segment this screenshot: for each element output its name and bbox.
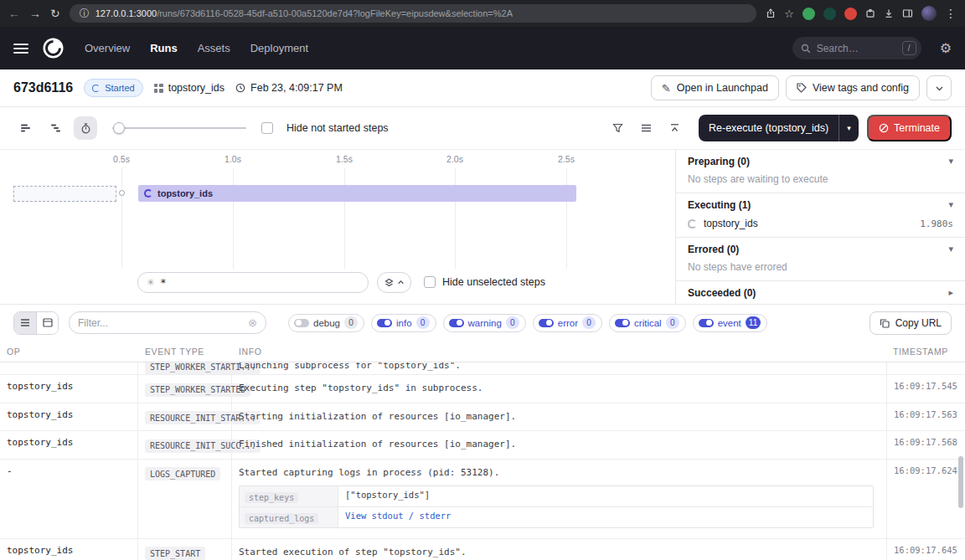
status-section-header[interactable]: Errored (0)▾: [676, 238, 965, 260]
copy-url-button[interactable]: Copy URL: [870, 311, 952, 335]
level-filter-event[interactable]: event11: [693, 314, 768, 332]
minimap-viewport[interactable]: [13, 186, 116, 202]
log-row[interactable]: topstory_idsRESOURCE_INIT_STAR...Startin…: [0, 403, 965, 432]
url-bar[interactable]: ⓘ 127.0.0.1:3000/runs/673d6116-0528-45df…: [70, 4, 757, 23]
log-row[interactable]: STEP_WORKER_STARTI...Launching subproces…: [0, 362, 965, 375]
metadata-row: captured_logsView stdout / stderr: [240, 507, 873, 527]
status-section-header[interactable]: Succeeded (0)▸: [676, 281, 965, 304]
log-scrollbar-thumb[interactable]: [958, 456, 963, 508]
url-text: 127.0.0.1:3000/runs/673d6116-0528-45df-a…: [95, 8, 513, 18]
search-input[interactable]: [817, 43, 896, 54]
extension-icon-green[interactable]: [802, 8, 815, 20]
nav-item-deployment[interactable]: Deployment: [250, 42, 308, 54]
site-info-icon[interactable]: ⓘ: [80, 7, 90, 21]
forward-icon[interactable]: →: [29, 7, 41, 20]
status-section-header[interactable]: Executing (1)▾: [676, 193, 965, 216]
slider-knob[interactable]: [113, 122, 125, 134]
copy-icon: [880, 318, 890, 328]
gantt-flat-view-button[interactable]: [13, 116, 37, 140]
level-filter-info[interactable]: info0: [371, 314, 436, 332]
reload-icon[interactable]: ↻: [50, 7, 60, 20]
log-timestamp-cell: 16:09:17.645: [886, 539, 965, 560]
run-status-badge: Started: [84, 79, 142, 97]
job-grid-icon: [154, 84, 163, 93]
view-tags-config-button[interactable]: View tags and config: [786, 75, 920, 100]
side-panel-icon[interactable]: [902, 8, 913, 18]
log-filter-input[interactable]: [78, 317, 241, 329]
log-toolbar: ⊗ debug0info0warning0error0critical0even…: [0, 304, 965, 341]
status-section-title: Preparing (0): [688, 156, 750, 167]
log-filter-input-wrap[interactable]: ⊗: [69, 311, 266, 334]
extension-icon-red[interactable]: [844, 8, 857, 20]
hide-unselected-row: Hide unselected steps: [424, 276, 545, 288]
filter-funnel-icon[interactable]: [606, 116, 630, 140]
level-filter-critical[interactable]: critical0: [609, 314, 686, 332]
gantt-waterfall-view-button[interactable]: [44, 116, 67, 140]
log-info-text: Started execution of step "topstory_ids"…: [239, 545, 880, 557]
step-filter-input[interactable]: [160, 277, 359, 289]
raw-log-view-button[interactable]: [36, 312, 58, 334]
settings-gear-icon[interactable]: ⚙: [940, 40, 952, 56]
step-selector-input[interactable]: ✳: [137, 272, 369, 293]
clear-filter-icon[interactable]: ⊗: [248, 316, 257, 329]
status-section-title: Errored (0): [688, 244, 739, 255]
hide-unselected-checkbox[interactable]: [424, 276, 436, 288]
level-label: warning: [468, 318, 502, 328]
downloads-icon[interactable]: [884, 8, 894, 18]
job-name-chip[interactable]: topstory_ids: [154, 82, 224, 94]
spinner-icon: [144, 189, 152, 198]
level-filter-error[interactable]: error0: [533, 314, 602, 332]
log-row[interactable]: -LOGS_CAPTUREDStarted capturing logs in …: [0, 460, 965, 539]
nav-item-runs[interactable]: Runs: [150, 42, 178, 54]
level-filter-debug[interactable]: debug0: [288, 314, 364, 332]
level-filter-warning[interactable]: warning0: [443, 314, 526, 332]
log-event-type-cell: STEP_WORKER_STARTED: [138, 375, 232, 403]
executing-step-row[interactable]: topstory_ids1.980s: [676, 216, 965, 237]
reexecute-split-button[interactable]: Re-execute (topstory_ids) ▾: [699, 115, 859, 141]
toggle-icon: [615, 319, 630, 327]
extension-icon-dark[interactable]: [823, 8, 836, 20]
bookmark-star-icon[interactable]: ☆: [784, 8, 794, 20]
back-icon[interactable]: ←: [8, 7, 20, 20]
structured-log-view-button[interactable]: [14, 312, 36, 334]
zoom-slider[interactable]: [112, 116, 246, 140]
nav-item-overview[interactable]: Overview: [85, 42, 130, 54]
dagster-logo[interactable]: [42, 37, 65, 59]
gantt-timed-view-button[interactable]: [74, 116, 97, 140]
extensions-puzzle-icon[interactable]: [865, 8, 875, 18]
graph-options-button[interactable]: [377, 272, 411, 293]
collapse-all-icon[interactable]: [663, 116, 687, 140]
log-row[interactable]: topstory_idsRESOURCE_INIT_SUCC...Finishe…: [0, 431, 965, 460]
global-search[interactable]: /: [792, 37, 921, 59]
gantt-step-bar[interactable]: topstory_ids: [138, 185, 576, 202]
toggle-icon: [539, 319, 554, 327]
gantt-chart: topstory_ids ✳ Hide unselected steps 0.5…: [0, 150, 675, 304]
stdout-stderr-link[interactable]: View stdout / stderr: [338, 507, 873, 527]
level-label: debug: [313, 318, 340, 328]
terminate-button[interactable]: Terminate: [867, 115, 952, 141]
log-info-cell: Executing step "topstory_ids" in subproc…: [232, 375, 886, 399]
gantt-gridline: [344, 168, 345, 269]
status-section-header[interactable]: Preparing (0)▾: [676, 150, 965, 172]
nav-item-assets[interactable]: Assets: [198, 42, 230, 54]
row-view-icon[interactable]: [635, 116, 658, 140]
toggle-icon: [377, 319, 392, 327]
log-op-cell: [0, 362, 138, 375]
run-actions-dropdown-button[interactable]: [926, 75, 952, 100]
log-row[interactable]: topstory_idsSTEP_WORKER_STARTEDExecuting…: [0, 375, 965, 403]
log-row[interactable]: topstory_idsSTEP_STARTStarted execution …: [0, 539, 965, 560]
open-in-launchpad-button[interactable]: ✎ Open in Launchpad: [651, 75, 779, 100]
hide-not-started-checkbox[interactable]: [261, 122, 273, 134]
count-badge: 0: [344, 316, 358, 329]
metadata-value: ["topstory_ids"]: [338, 486, 873, 506]
share-icon[interactable]: [766, 8, 776, 18]
spinner-icon: [92, 85, 100, 92]
profile-avatar[interactable]: [921, 6, 937, 21]
level-label: critical: [634, 318, 662, 328]
hamburger-menu-icon[interactable]: [13, 44, 28, 54]
gantt-gridline: [455, 168, 456, 269]
level-label: error: [558, 318, 578, 328]
reexecute-button[interactable]: Re-execute (topstory_ids): [699, 115, 839, 141]
browser-menu-icon[interactable]: ⋮: [945, 7, 957, 20]
reexecute-dropdown-arrow[interactable]: ▾: [839, 115, 859, 141]
